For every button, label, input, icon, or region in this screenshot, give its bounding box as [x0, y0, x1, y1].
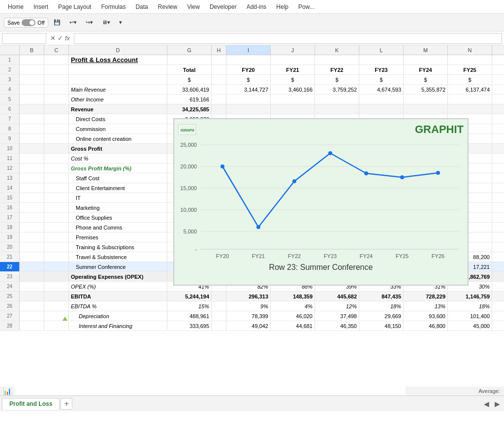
- function-icon[interactable]: fx: [65, 34, 70, 42]
- row-num-header: [0, 45, 20, 55]
- menu-developer[interactable]: Developer: [206, 2, 241, 11]
- add-sheet-button[interactable]: +: [61, 398, 72, 410]
- row-num: 2: [0, 65, 20, 74]
- customize-button[interactable]: ▾: [116, 18, 126, 27]
- fy21-header: FY21: [271, 65, 315, 74]
- col-header-i[interactable]: I: [226, 45, 271, 55]
- menu-data[interactable]: Data: [131, 2, 152, 11]
- cell[interactable]: [226, 55, 271, 65]
- cell[interactable]: [44, 65, 69, 74]
- cancel-icon[interactable]: ✕: [50, 34, 56, 42]
- svg-text:FY22: FY22: [288, 253, 301, 259]
- cell[interactable]: [44, 55, 69, 65]
- col-header-l[interactable]: L: [359, 45, 404, 55]
- cell[interactable]: [69, 65, 167, 74]
- cell[interactable]: [167, 55, 212, 65]
- row-num: 15: [0, 193, 20, 202]
- table-row: 6 Revenue 34,225,585 221,860: [0, 104, 504, 114]
- redo-button[interactable]: ↪︎▾: [82, 18, 96, 27]
- menu-home[interactable]: Home: [4, 2, 28, 11]
- row-icons: 📊: [0, 387, 14, 395]
- table-row: 5 Other Income 619,166 147,525: [0, 95, 504, 104]
- menu-insert[interactable]: Insert: [30, 2, 52, 11]
- confirm-icon[interactable]: ✓: [58, 34, 63, 42]
- autosave-toggle[interactable]: Save Off: [4, 18, 48, 28]
- cell[interactable]: [44, 75, 69, 84]
- title-row: 1 Profit & Loss Account: [0, 55, 504, 65]
- menu-addins[interactable]: Add-ins: [243, 2, 271, 11]
- row-num: 7: [0, 114, 20, 124]
- col-header-m[interactable]: M: [404, 45, 448, 55]
- cell[interactable]: [359, 55, 404, 65]
- cell[interactable]: [404, 55, 448, 65]
- col-header-c[interactable]: C: [44, 45, 69, 55]
- col-header-k[interactable]: K: [315, 45, 359, 55]
- cell[interactable]: [271, 55, 315, 65]
- undo-button[interactable]: ↩︎▾: [66, 18, 80, 27]
- col-header-h[interactable]: H: [212, 45, 226, 55]
- svg-point-20: [436, 171, 440, 175]
- autosave-label: Save: [7, 20, 20, 26]
- row-num: 25: [0, 292, 20, 301]
- row-num: 23: [0, 272, 20, 281]
- col-header-g[interactable]: G: [167, 45, 212, 55]
- cell[interactable]: [20, 65, 44, 74]
- fy22-header: FY22: [315, 65, 359, 74]
- svg-point-16: [292, 179, 296, 183]
- col-header-j[interactable]: J: [271, 45, 315, 55]
- row-num: 24: [0, 282, 20, 291]
- table-row: 4 Main Revenue 33,606,419 3,144,727 3,46…: [0, 85, 504, 95]
- currency-m: $: [404, 75, 448, 84]
- currency-k: $: [315, 75, 359, 84]
- svg-text:FY21: FY21: [252, 253, 265, 259]
- autosave-pill[interactable]: [22, 19, 35, 26]
- row-num: 3: [0, 75, 20, 84]
- chart-overlay[interactable]: IGRAPHIT GRAPHIT 25,000 20,000 15,000 10…: [173, 118, 469, 286]
- tab-left-button[interactable]: ◀: [481, 399, 491, 409]
- menu-help[interactable]: Help: [272, 2, 292, 11]
- status-bar: Average:: [406, 387, 504, 395]
- row-num: 26: [0, 301, 20, 311]
- save-button[interactable]: 💾: [50, 18, 64, 27]
- cell[interactable]: [69, 75, 167, 84]
- cell[interactable]: [315, 55, 359, 65]
- row-num: 22: [0, 262, 20, 271]
- row-num: 10: [0, 144, 20, 153]
- svg-text:FY24: FY24: [360, 253, 373, 259]
- chart-svg: 25,000 20,000 15,000 10,000 5,000 -: [178, 138, 464, 261]
- menu-review[interactable]: Review: [154, 2, 181, 11]
- cell[interactable]: [212, 75, 226, 84]
- col-header-o[interactable]: O: [492, 45, 504, 55]
- cell-reference-box[interactable]: [2, 33, 46, 44]
- cell[interactable]: [20, 75, 44, 84]
- cell[interactable]: [492, 55, 504, 65]
- cell[interactable]: [448, 55, 492, 65]
- menu-view[interactable]: View: [183, 2, 204, 11]
- row-num: 18: [0, 223, 20, 232]
- menu-bar: Home Insert Page Layout Formulas Data Re…: [0, 0, 504, 14]
- col-header-n[interactable]: N: [448, 45, 492, 55]
- quick-access-button[interactable]: 🖥▾: [98, 18, 114, 27]
- tab-right-button[interactable]: ▶: [492, 399, 502, 409]
- col-header-b[interactable]: B: [20, 45, 44, 55]
- row-num: 27: [0, 311, 20, 321]
- row-num: 12: [0, 164, 20, 173]
- currency-j: $: [271, 75, 315, 84]
- row-num: 13: [0, 173, 20, 183]
- cell[interactable]: [212, 65, 226, 74]
- currency-l: $: [359, 75, 404, 84]
- tab-navigation: ◀ ▶: [481, 399, 502, 409]
- row-num: 4: [0, 85, 20, 94]
- cell[interactable]: [212, 55, 226, 65]
- menu-formulas[interactable]: Formulas: [97, 2, 129, 11]
- svg-point-15: [256, 225, 260, 229]
- sheet-tab[interactable]: Profit and Loss: [2, 398, 60, 410]
- svg-text:20,000: 20,000: [180, 164, 197, 169]
- menu-page-layout[interactable]: Page Layout: [54, 2, 95, 11]
- menu-power[interactable]: Pow...: [294, 2, 318, 11]
- cell[interactable]: [20, 55, 44, 65]
- fy25-header: FY25: [448, 65, 492, 74]
- row-num: 16: [0, 203, 20, 212]
- col-header-d[interactable]: D: [69, 45, 167, 55]
- formula-input[interactable]: 19826: [74, 33, 502, 44]
